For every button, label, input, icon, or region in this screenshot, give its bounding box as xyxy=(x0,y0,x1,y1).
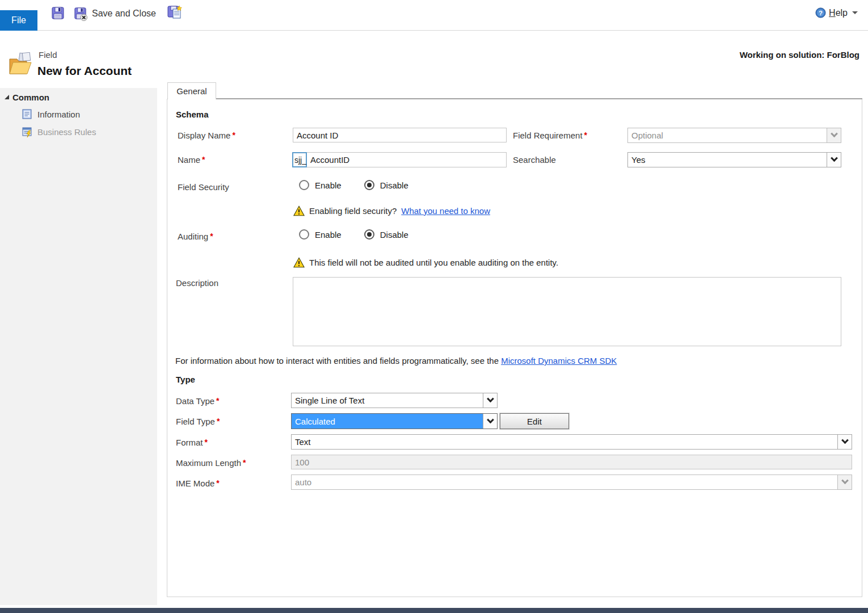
field-security-warning-link[interactable]: What you need to know xyxy=(401,206,490,216)
help-icon: ? xyxy=(815,7,826,18)
description-input[interactable] xyxy=(293,277,841,346)
field-type-label: Field Type* xyxy=(176,417,220,426)
required-marker: * xyxy=(232,131,235,140)
sdk-note: For information about how to interact wi… xyxy=(175,356,617,366)
field-security-enable-label: Enable xyxy=(315,180,342,190)
save-and-close-button[interactable]: Save and Close xyxy=(74,5,156,22)
tab-general[interactable]: General xyxy=(167,82,216,99)
save-icon[interactable] xyxy=(51,6,65,20)
warning-icon xyxy=(293,257,305,268)
required-marker: * xyxy=(217,417,220,426)
name-prefix: sjj_ xyxy=(294,156,306,165)
maximum-length-input: 100 xyxy=(291,455,852,469)
name-field xyxy=(306,152,507,167)
auditing-disable-label: Disable xyxy=(380,230,408,240)
chevron-down-icon xyxy=(483,393,497,408)
required-marker: * xyxy=(243,458,246,467)
field-requirement-select[interactable]: Optional xyxy=(627,128,841,143)
help-menu[interactable]: ? Help xyxy=(815,7,858,18)
field-requirement-label: Field Requirement* xyxy=(513,131,587,140)
field-security-label: Field Security xyxy=(178,182,229,192)
ime-mode-select[interactable]: auto xyxy=(291,475,852,490)
warning-icon xyxy=(293,205,305,216)
required-marker: * xyxy=(584,131,587,140)
field-security-disable-radio[interactable] xyxy=(364,180,374,190)
required-marker: * xyxy=(216,478,219,488)
name-label: Name* xyxy=(178,155,205,165)
field-security-disable-label: Disable xyxy=(380,180,408,190)
tree-expander-icon xyxy=(5,95,9,99)
format-value: Text xyxy=(292,435,837,449)
display-name-label: Display Name* xyxy=(178,131,235,140)
type-section-heading: Type xyxy=(176,375,195,384)
sidebar-item-label: Business Rules xyxy=(37,127,96,137)
edit-button[interactable]: Edit xyxy=(500,413,569,429)
save-and-close-icon xyxy=(74,7,88,21)
bottom-status-bar xyxy=(0,608,868,613)
required-marker: * xyxy=(216,396,219,405)
sdk-link[interactable]: Microsoft Dynamics CRM SDK xyxy=(501,356,617,366)
chevron-down-icon xyxy=(837,435,852,449)
schema-section-heading: Schema xyxy=(176,110,209,119)
name-input[interactable] xyxy=(310,153,503,167)
file-button[interactable]: File xyxy=(0,10,37,31)
solution-note: Working on solution: ForBlog xyxy=(740,50,859,60)
description-label: Description xyxy=(176,278,218,288)
sdk-note-text: For information about how to interact wi… xyxy=(175,356,501,366)
caret-down-icon xyxy=(852,11,858,14)
required-marker: * xyxy=(205,438,208,447)
required-marker: * xyxy=(202,155,205,164)
field-security-warning: Enabling field security? What you need t… xyxy=(293,205,490,216)
data-type-value: Single Line of Text xyxy=(292,393,483,408)
form-panel xyxy=(167,99,862,597)
field-requirement-value: Optional xyxy=(628,128,827,142)
chevron-down-icon xyxy=(483,414,497,429)
maximum-length-label: Maximum Length* xyxy=(176,458,246,468)
chevron-down-icon xyxy=(827,153,841,167)
sidebar-item-business-rules[interactable]: Business Rules xyxy=(22,126,96,137)
save-and-new-icon[interactable] xyxy=(167,5,182,19)
auditing-warning: This field will not be audited until you… xyxy=(293,257,558,268)
sidebar-item-label: Information xyxy=(37,110,80,119)
auditing-enable-radio[interactable] xyxy=(299,229,309,240)
entity-type-label: Field xyxy=(39,50,57,60)
sidebar: Common Information Business Rules xyxy=(0,88,157,605)
field-security-enable-radio[interactable] xyxy=(299,180,309,190)
business-rules-icon xyxy=(22,126,33,137)
format-label: Format* xyxy=(176,438,208,447)
display-name-field xyxy=(293,128,507,142)
help-label: Help xyxy=(829,8,848,18)
panel-top-border xyxy=(216,98,862,99)
chevron-down-icon xyxy=(837,475,852,489)
auditing-label: Auditing* xyxy=(178,232,213,241)
sidebar-group-common[interactable]: Common xyxy=(5,93,49,102)
maximum-length-value: 100 xyxy=(295,457,309,467)
toolbar: File Save and Close xyxy=(0,0,868,31)
format-select[interactable]: Text xyxy=(291,434,852,450)
svg-text:?: ? xyxy=(819,10,823,16)
auditing-disable-radio[interactable] xyxy=(364,229,374,240)
data-type-select[interactable]: Single Line of Text xyxy=(291,393,498,408)
sidebar-group-label: Common xyxy=(12,93,49,102)
field-folder-icon xyxy=(8,52,33,76)
display-name-input[interactable] xyxy=(297,128,503,142)
name-prefix-box: sjj_ xyxy=(292,152,307,167)
sidebar-item-information[interactable]: Information xyxy=(22,108,80,120)
field-type-value: Calculated xyxy=(292,414,483,429)
searchable-label: Searchable xyxy=(513,155,556,165)
auditing-warning-text: This field will not be audited until you… xyxy=(309,258,558,267)
required-marker: * xyxy=(210,232,213,241)
auditing-radio-group: Enable Disable xyxy=(299,229,425,240)
information-icon xyxy=(22,108,33,120)
save-and-close-label: Save and Close xyxy=(92,9,156,19)
page-title: New for Account xyxy=(37,64,132,78)
field-security-radio-group: Enable Disable xyxy=(299,180,425,190)
searchable-select[interactable]: Yes xyxy=(627,152,841,167)
field-type-select[interactable]: Calculated xyxy=(291,413,498,429)
ime-mode-value: auto xyxy=(292,475,837,489)
field-security-warning-text: Enabling field security? xyxy=(309,206,397,216)
searchable-value: Yes xyxy=(628,153,827,167)
ime-mode-label: IME Mode* xyxy=(176,478,220,488)
auditing-enable-label: Enable xyxy=(315,230,342,240)
chevron-down-icon xyxy=(827,128,841,142)
